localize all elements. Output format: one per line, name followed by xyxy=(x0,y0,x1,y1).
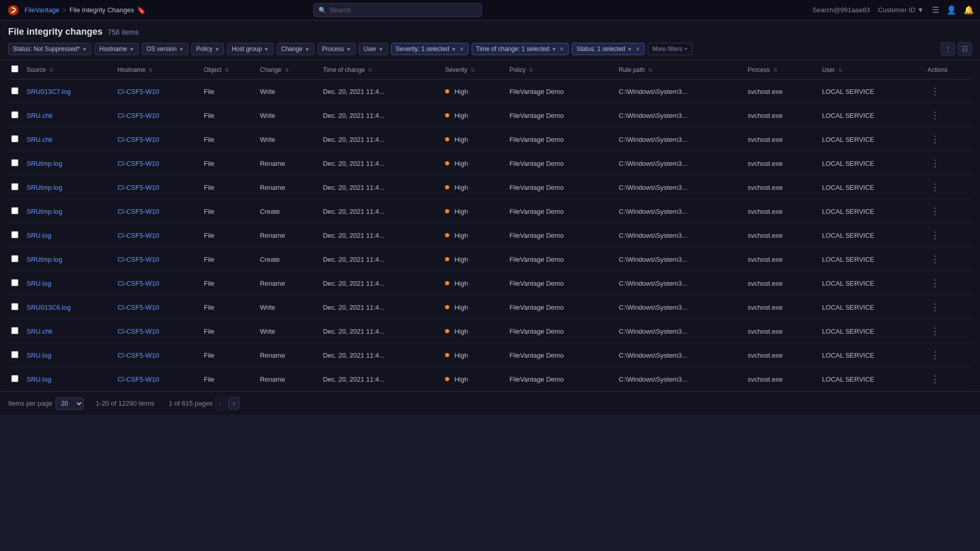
col-policy[interactable]: Policy ⇅ xyxy=(506,60,616,80)
row-source[interactable]: SRU013C6.log xyxy=(23,295,114,319)
row-actions-cell[interactable]: ⋮ xyxy=(924,176,972,199)
hostname-link[interactable]: CI-CSF5-W10 xyxy=(117,160,159,167)
row-source[interactable]: SRUtmp.log xyxy=(23,199,114,223)
col-severity[interactable]: Severity ⇅ xyxy=(442,60,506,80)
per-page-dropdown[interactable]: 20 50 100 xyxy=(56,397,84,410)
col-source[interactable]: Source ⇅ xyxy=(23,60,114,80)
row-checkbox-cell[interactable] xyxy=(8,271,23,295)
col-user[interactable]: User ⇅ xyxy=(819,60,924,80)
menu-lines-icon[interactable]: ☰ xyxy=(932,5,939,15)
row-source[interactable]: SRU.log xyxy=(23,271,114,295)
row-actions-button[interactable]: ⋮ xyxy=(927,348,943,362)
row-source[interactable]: SRU013C7.log xyxy=(23,80,114,104)
filter-menu-button[interactable]: ⋮ xyxy=(941,42,955,56)
row-source[interactable]: SRU.log xyxy=(23,223,114,247)
row-hostname[interactable]: CI-CSF5-W10 xyxy=(114,199,201,223)
hostname-link[interactable]: CI-CSF5-W10 xyxy=(117,375,159,383)
filter-chip-0[interactable]: Status: Not Suppressed* ▼ xyxy=(8,43,91,55)
filter-chip-1[interactable]: Hostname ▼ xyxy=(94,43,139,55)
filter-chip-2[interactable]: OS version ▼ xyxy=(142,43,188,55)
row-actions-cell[interactable]: ⋮ xyxy=(924,343,972,367)
row-actions-button[interactable]: ⋮ xyxy=(927,372,943,386)
row-hostname[interactable]: CI-CSF5-W10 xyxy=(114,271,201,295)
hostname-link[interactable]: CI-CSF5-W10 xyxy=(117,88,159,95)
next-page-button[interactable]: › xyxy=(228,397,239,410)
row-checkbox-cell[interactable] xyxy=(8,319,23,343)
filter-chip-6[interactable]: Process ▼ xyxy=(317,43,356,55)
row-actions-button[interactable]: ⋮ xyxy=(927,229,943,242)
row-actions-button[interactable]: ⋮ xyxy=(927,157,943,170)
row-source[interactable]: SRU.chk xyxy=(23,319,114,343)
filter-chip-9[interactable]: Time of change: 1 selected ▼ ✕ xyxy=(472,43,569,55)
row-checkbox[interactable] xyxy=(11,207,18,214)
row-hostname[interactable]: CI-CSF5-W10 xyxy=(114,176,201,199)
row-checkbox-cell[interactable] xyxy=(8,343,23,367)
filter-chip-8[interactable]: Severity: 1 selected ▼ ✕ xyxy=(391,43,469,55)
row-hostname[interactable]: CI-CSF5-W10 xyxy=(114,295,201,319)
col-hostname[interactable]: Hostname ⇅ xyxy=(114,60,201,80)
row-actions-cell[interactable]: ⋮ xyxy=(924,80,972,104)
source-link[interactable]: SRU.log xyxy=(27,375,51,383)
row-checkbox-cell[interactable] xyxy=(8,104,23,128)
select-all-header[interactable] xyxy=(8,60,23,80)
hostname-link[interactable]: CI-CSF5-W10 xyxy=(117,112,159,119)
row-checkbox-cell[interactable] xyxy=(8,152,23,176)
hostname-link[interactable]: CI-CSF5-W10 xyxy=(117,136,159,143)
row-actions-cell[interactable]: ⋮ xyxy=(924,152,972,176)
row-hostname[interactable]: CI-CSF5-W10 xyxy=(114,343,201,367)
row-hostname[interactable]: CI-CSF5-W10 xyxy=(114,223,201,247)
row-hostname[interactable]: CI-CSF5-W10 xyxy=(114,152,201,176)
row-actions-button[interactable]: ⋮ xyxy=(927,205,943,218)
row-checkbox[interactable] xyxy=(11,327,18,334)
source-link[interactable]: SRUtmp.log xyxy=(27,184,62,191)
row-source[interactable]: SRU.chk xyxy=(23,104,114,128)
row-actions-button[interactable]: ⋮ xyxy=(927,85,943,98)
hostname-link[interactable]: CI-CSF5-W10 xyxy=(117,280,159,287)
row-actions-button[interactable]: ⋮ xyxy=(927,133,943,146)
user-icon[interactable]: 👤 xyxy=(946,5,957,15)
source-link[interactable]: SRUtmp.log xyxy=(27,160,62,167)
select-all-checkbox[interactable] xyxy=(11,65,18,72)
hostname-link[interactable]: CI-CSF5-W10 xyxy=(117,352,159,359)
row-hostname[interactable]: CI-CSF5-W10 xyxy=(114,128,201,152)
row-checkbox[interactable] xyxy=(11,135,18,142)
col-change[interactable]: Change ⇅ xyxy=(257,60,320,80)
row-actions-cell[interactable]: ⋮ xyxy=(924,199,972,223)
row-checkbox[interactable] xyxy=(11,87,18,94)
row-actions-button[interactable]: ⋮ xyxy=(927,300,943,314)
row-checkbox[interactable] xyxy=(11,159,18,166)
hostname-link[interactable]: CI-CSF5-W10 xyxy=(117,208,159,215)
filter-chip-4[interactable]: Host group ▼ xyxy=(227,43,274,55)
row-actions-cell[interactable]: ⋮ xyxy=(924,319,972,343)
row-checkbox-cell[interactable] xyxy=(8,199,23,223)
row-checkbox-cell[interactable] xyxy=(8,367,23,391)
hostname-link[interactable]: CI-CSF5-W10 xyxy=(117,328,159,335)
row-source[interactable]: SRUtmp.log xyxy=(23,247,114,271)
hostname-link[interactable]: CI-CSF5-W10 xyxy=(117,304,159,311)
row-source[interactable]: SRU.chk xyxy=(23,128,114,152)
col-process[interactable]: Process ⇅ xyxy=(745,60,819,80)
row-checkbox[interactable] xyxy=(11,231,18,238)
column-settings-icon[interactable]: ☷ xyxy=(958,42,972,56)
row-checkbox[interactable] xyxy=(11,279,18,286)
row-source[interactable]: SRUtmp.log xyxy=(23,176,114,199)
row-checkbox-cell[interactable] xyxy=(8,247,23,271)
source-link[interactable]: SRU.chk xyxy=(27,112,53,119)
row-checkbox[interactable] xyxy=(11,375,18,382)
source-link[interactable]: SRU.log xyxy=(27,352,51,359)
source-link[interactable]: SRU013C7.log xyxy=(27,88,71,95)
row-checkbox-cell[interactable] xyxy=(8,128,23,152)
search-input[interactable] xyxy=(313,3,482,17)
source-link[interactable]: SRU.chk xyxy=(27,328,53,335)
row-actions-cell[interactable]: ⋮ xyxy=(924,128,972,152)
row-checkbox-cell[interactable] xyxy=(8,80,23,104)
row-source[interactable]: SRUtmp.log xyxy=(23,152,114,176)
filter-chip-5[interactable]: Change ▼ xyxy=(277,43,314,55)
filter-chip-10[interactable]: Status: 1 selected ▼ ✕ xyxy=(572,43,644,55)
row-hostname[interactable]: CI-CSF5-W10 xyxy=(114,80,201,104)
row-actions-cell[interactable]: ⋮ xyxy=(924,271,972,295)
more-filters-button[interactable]: More filters + xyxy=(648,43,693,55)
prev-page-button[interactable]: ‹ xyxy=(215,397,226,410)
source-link[interactable]: SRU.log xyxy=(27,232,51,239)
row-actions-cell[interactable]: ⋮ xyxy=(924,367,972,391)
